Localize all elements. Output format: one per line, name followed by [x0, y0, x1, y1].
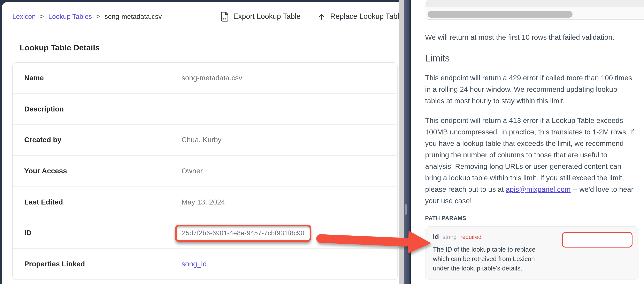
id-highlight-annotation: 25d7f2b6-6901-4e8a-9457-7cbf931f8c90 — [175, 225, 311, 242]
path-params-section-label: PATH PARAMS — [425, 215, 636, 221]
param-required-badge: required — [460, 234, 482, 240]
page-title: Lookup Table Details — [20, 43, 100, 52]
limits-paragraph-2: This endpoint will return a 413 error if… — [425, 115, 636, 207]
id-param-input[interactable] — [562, 232, 632, 248]
breadcrumb-lexicon[interactable]: Lexicon — [12, 12, 36, 20]
row-label: Last Edited — [13, 198, 182, 206]
row-label: ID — [13, 229, 182, 238]
limits-paragraph-1: This endpoint will return a 429 error if… — [425, 72, 636, 107]
table-row-description: Description — [13, 93, 397, 124]
api-docs-panel: We will return at most the first 10 rows… — [411, 0, 644, 284]
row-value: Chua, Kurby — [182, 136, 222, 144]
breadcrumb: Lexicon > Lookup Tables > song-metadata.… — [12, 12, 162, 20]
param-name: id — [433, 233, 439, 241]
id-param-card: id string required The ID of the lookup … — [425, 226, 639, 280]
up-arrow-icon — [318, 12, 326, 21]
param-description: The ID of the lookup table to replace wh… — [433, 245, 553, 273]
divider-scrollbar-thumb[interactable] — [405, 204, 406, 215]
docs-horizontal-scrollbar-track[interactable] — [426, 0, 644, 20]
docs-horizontal-scrollbar-thumb[interactable] — [428, 11, 572, 18]
table-row-properties-linked: Properties Linked song_id — [13, 249, 397, 280]
table-row-id: ID 25d7f2b6-6901-4e8a-9457-7cbf931f8c90 — [13, 217, 397, 248]
screenshot-root: Lexicon > Lookup Tables > song-metadata.… — [0, 0, 644, 284]
replace-lookup-table-button[interactable]: Replace Lookup Tabl — [318, 2, 399, 31]
row-label: Created by — [13, 136, 182, 144]
left-panel-header: Lexicon > Lookup Tables > song-metadata.… — [2, 2, 399, 31]
linked-property-link[interactable]: song_id — [182, 260, 207, 269]
breadcrumb-lookup-tables[interactable]: Lookup Tables — [48, 12, 92, 20]
svg-text:csv: csv — [221, 17, 226, 20]
csv-file-icon: csv — [220, 11, 229, 22]
export-button-label: Export Lookup Table — [233, 12, 301, 21]
table-row-last-edited: Last Edited May 13, 2024 — [13, 186, 397, 217]
mixpanel-apis-email-link[interactable]: apis@mixpanel.com — [506, 185, 571, 193]
limits-heading: Limits — [425, 53, 636, 64]
table-row-your-access: Your Access Owner — [13, 155, 397, 186]
left-panel-scrollbar-track[interactable] — [399, 0, 404, 284]
details-table: Name song-metadata.csv Description Creat… — [12, 62, 398, 280]
row-value: Owner — [182, 167, 203, 175]
row-label: Your Access — [13, 167, 182, 175]
limits-paragraph-2-text: This endpoint will return a 413 error if… — [425, 116, 634, 193]
param-type: string — [442, 234, 456, 240]
row-label: Properties Linked — [13, 260, 182, 269]
lookup-table-id-value: 25d7f2b6-6901-4e8a-9457-7cbf931f8c90 — [182, 230, 304, 237]
row-label: Description — [13, 105, 182, 113]
row-value: May 13, 2024 — [182, 198, 225, 206]
chevron-right-icon: > — [40, 12, 44, 19]
row-value: song-metadata.csv — [182, 74, 242, 82]
replace-button-label: Replace Lookup Tabl — [330, 12, 399, 21]
chevron-right-icon: > — [96, 12, 100, 19]
row-label: Name — [13, 74, 182, 82]
table-row-name: Name song-metadata.csv — [13, 63, 397, 93]
window-divider — [404, 0, 411, 284]
docs-content: We will return at most the first 10 rows… — [425, 20, 636, 280]
table-row-created-by: Created by Chua, Kurby — [13, 124, 397, 155]
docs-intro-text: We will return at most the first 10 rows… — [425, 31, 636, 43]
lookup-table-details-panel: Lexicon > Lookup Tables > song-metadata.… — [2, 2, 399, 284]
breadcrumb-current-file: song-metadata.csv — [104, 12, 162, 20]
export-lookup-table-button[interactable]: csv Export Lookup Table — [220, 2, 301, 31]
